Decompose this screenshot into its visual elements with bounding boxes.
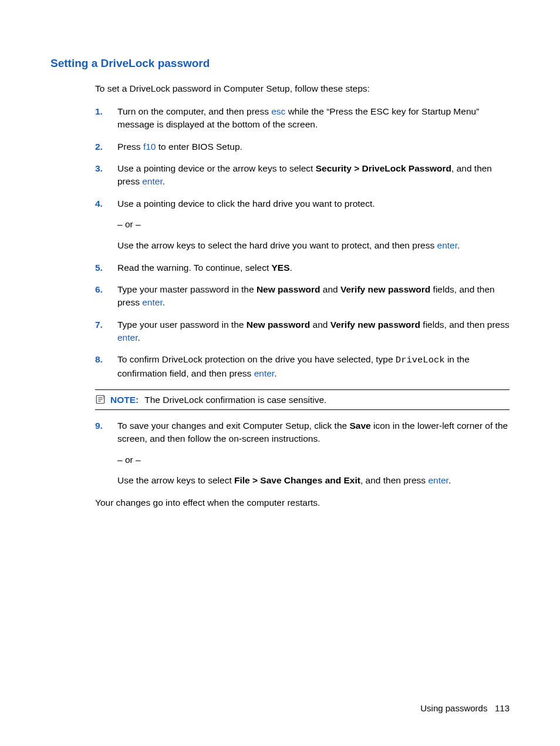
step-text: Read the warning. To continue, select <box>117 263 272 273</box>
step-text: , and then press <box>360 475 428 485</box>
footer-page-number: 113 <box>495 703 510 713</box>
key-enter: enter <box>254 368 274 378</box>
step-8: 8. To confirm DriveLock protection on th… <box>95 353 510 379</box>
note-icon <box>95 394 106 405</box>
field-name: New password <box>257 284 321 294</box>
step-text: To save your changes and exit Computer S… <box>117 421 349 431</box>
step-text: and <box>310 320 330 330</box>
step-text: . <box>163 176 165 186</box>
menu-path: Security > DriveLock Password <box>316 163 451 173</box>
step-text: Use the arrow keys to select <box>117 475 234 485</box>
icon-name: Save <box>349 421 370 431</box>
step-text: . <box>457 240 460 250</box>
step-text: Type your user password in the <box>117 320 247 330</box>
step-text: . <box>290 263 292 273</box>
step-6: 6. Type your master password in the New … <box>95 283 510 308</box>
or-separator: – or – <box>117 218 510 231</box>
option-yes: YES <box>272 263 290 273</box>
key-esc: esc <box>271 106 285 116</box>
step-text: fields, and then press <box>420 320 510 330</box>
field-name: New password <box>247 320 311 330</box>
step-number: 2. <box>95 140 103 153</box>
key-enter: enter <box>428 475 448 485</box>
step-3: 3. Use a pointing device or the arrow ke… <box>95 162 510 187</box>
note-label: NOTE: <box>110 395 139 405</box>
step-number: 5. <box>95 261 103 274</box>
key-f10: f10 <box>143 142 156 152</box>
step-text: . <box>163 297 165 307</box>
note-body: NOTE:The DriveLock confirmation is case … <box>110 394 326 406</box>
menu-path: File > Save Changes and Exit <box>234 475 360 485</box>
step-number: 9. <box>95 419 103 432</box>
note-callout: NOTE:The DriveLock confirmation is case … <box>95 389 510 411</box>
code-text: DriveLock <box>396 355 445 365</box>
step-text: to enter BIOS Setup. <box>156 142 242 152</box>
step-text: Turn on the computer, and then press <box>117 106 271 116</box>
step-text: To save your changes and exit Computer S… <box>117 419 510 445</box>
step-1: 1. Turn on the computer, and then press … <box>95 105 510 130</box>
key-enter: enter <box>142 297 162 307</box>
steps-list-cont: 9. To save your changes and exit Compute… <box>95 419 510 487</box>
intro-paragraph: To set a DriveLock password in Computer … <box>95 82 510 95</box>
step-text: To confirm DriveLock protection on the d… <box>117 354 396 364</box>
step-number: 1. <box>95 105 103 118</box>
step-text: Use a pointing device or the arrow keys … <box>117 163 316 173</box>
step-text: . <box>448 475 451 485</box>
page-footer: Using passwords 113 <box>420 702 510 714</box>
section-heading: Setting a DriveLock password <box>50 56 510 72</box>
field-name: Verify new password <box>340 284 430 294</box>
step-text: Use the arrow keys to select the hard dr… <box>117 240 437 250</box>
step-number: 7. <box>95 318 103 331</box>
step-number: 4. <box>95 197 103 210</box>
field-name: Verify new password <box>330 320 420 330</box>
step-2: 2. Press f10 to enter BIOS Setup. <box>95 140 510 153</box>
step-number: 8. <box>95 353 103 366</box>
or-separator: – or – <box>117 453 510 466</box>
step-text: Press <box>117 142 143 152</box>
step-7: 7. Type your user password in the New pa… <box>95 318 510 344</box>
step-text: Use the arrow keys to select File > Save… <box>117 474 510 487</box>
note-text: The DriveLock confirmation is case sensi… <box>144 395 326 405</box>
key-enter: enter <box>117 332 137 342</box>
closing-paragraph: Your changes go into effect when the com… <box>95 496 510 509</box>
steps-list: 1. Turn on the computer, and then press … <box>95 105 510 379</box>
step-number: 6. <box>95 283 103 296</box>
footer-section: Using passwords <box>420 703 487 713</box>
key-enter: enter <box>142 176 162 186</box>
step-text: . <box>137 332 140 342</box>
step-text: and <box>320 284 340 294</box>
step-4: 4. Use a pointing device to click the ha… <box>95 197 510 252</box>
key-enter: enter <box>437 240 457 250</box>
step-text: Use a pointing device to click the hard … <box>117 197 510 210</box>
step-number: 3. <box>95 162 103 175</box>
step-text: Type your master password in the <box>117 284 257 294</box>
step-text: . <box>274 368 276 378</box>
step-text: Use the arrow keys to select the hard dr… <box>117 239 510 252</box>
step-5: 5. Read the warning. To continue, select… <box>95 261 510 274</box>
step-9: 9. To save your changes and exit Compute… <box>95 419 510 487</box>
